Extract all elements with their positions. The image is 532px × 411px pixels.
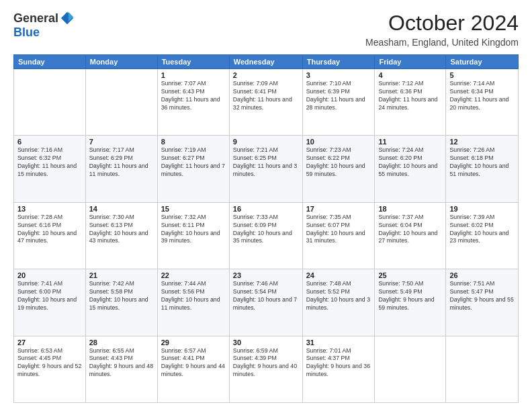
day-number: 1 bbox=[161, 71, 226, 79]
day-number: 31 bbox=[306, 338, 371, 347]
day-number: 13 bbox=[17, 205, 82, 213]
day-detail: Sunrise: 6:55 AM Sunset: 4:43 PM Dayligh… bbox=[89, 347, 154, 379]
day-detail: Sunrise: 7:42 AM Sunset: 5:58 PM Dayligh… bbox=[89, 280, 154, 312]
day-detail: Sunrise: 7:17 AM Sunset: 6:29 PM Dayligh… bbox=[89, 146, 154, 179]
logo-icon bbox=[60, 11, 75, 26]
calendar-day-cell: 1Sunrise: 7:07 AM Sunset: 6:43 PM Daylig… bbox=[157, 69, 229, 136]
day-number: 9 bbox=[233, 138, 299, 146]
calendar-day-cell: 10Sunrise: 7:23 AM Sunset: 6:22 PM Dayli… bbox=[302, 136, 375, 202]
day-detail: Sunrise: 7:46 AM Sunset: 5:54 PM Dayligh… bbox=[233, 280, 299, 312]
calendar-day-cell: 24Sunrise: 7:48 AM Sunset: 5:52 PM Dayli… bbox=[302, 269, 375, 336]
day-number: 26 bbox=[449, 271, 515, 279]
calendar-week-row: 20Sunrise: 7:41 AM Sunset: 6:00 PM Dayli… bbox=[14, 269, 519, 336]
day-detail: Sunrise: 7:39 AM Sunset: 6:02 PM Dayligh… bbox=[449, 214, 515, 246]
calendar-day-cell: 30Sunrise: 6:59 AM Sunset: 4:39 PM Dayli… bbox=[229, 336, 302, 402]
day-detail: Sunrise: 7:12 AM Sunset: 6:36 PM Dayligh… bbox=[378, 80, 442, 112]
weekday-header-cell: Tuesday bbox=[157, 55, 229, 69]
calendar-day-cell: 13Sunrise: 7:28 AM Sunset: 6:16 PM Dayli… bbox=[14, 202, 86, 269]
calendar-day-cell: 23Sunrise: 7:46 AM Sunset: 5:54 PM Dayli… bbox=[229, 269, 302, 336]
weekday-header-cell: Monday bbox=[85, 55, 157, 69]
calendar-day-cell: 6Sunrise: 7:16 AM Sunset: 6:32 PM Daylig… bbox=[14, 136, 86, 202]
day-number: 27 bbox=[17, 338, 82, 347]
day-number: 3 bbox=[306, 71, 371, 79]
day-detail: Sunrise: 7:44 AM Sunset: 5:56 PM Dayligh… bbox=[161, 280, 226, 312]
day-detail: Sunrise: 7:14 AM Sunset: 6:34 PM Dayligh… bbox=[449, 80, 515, 112]
calendar-day-cell: 8Sunrise: 7:19 AM Sunset: 6:27 PM Daylig… bbox=[157, 136, 229, 202]
logo-blue-text: Blue bbox=[13, 26, 40, 39]
calendar-week-row: 13Sunrise: 7:28 AM Sunset: 6:16 PM Dayli… bbox=[14, 202, 519, 269]
calendar-day-cell bbox=[85, 69, 157, 136]
day-number: 29 bbox=[161, 338, 226, 347]
day-number: 18 bbox=[378, 205, 442, 213]
calendar-day-cell: 4Sunrise: 7:12 AM Sunset: 6:36 PM Daylig… bbox=[375, 69, 446, 136]
day-detail: Sunrise: 7:07 AM Sunset: 6:43 PM Dayligh… bbox=[161, 80, 226, 112]
day-number: 6 bbox=[17, 138, 82, 146]
calendar-day-cell: 29Sunrise: 6:57 AM Sunset: 4:41 PM Dayli… bbox=[157, 336, 229, 402]
day-detail: Sunrise: 7:32 AM Sunset: 6:11 PM Dayligh… bbox=[161, 214, 226, 246]
day-detail: Sunrise: 7:41 AM Sunset: 6:00 PM Dayligh… bbox=[17, 280, 82, 312]
day-number: 5 bbox=[449, 71, 515, 79]
day-number: 22 bbox=[161, 271, 226, 279]
calendar-body: 1Sunrise: 7:07 AM Sunset: 6:43 PM Daylig… bbox=[14, 69, 519, 403]
day-number: 30 bbox=[233, 338, 299, 347]
calendar-day-cell: 27Sunrise: 6:53 AM Sunset: 4:45 PM Dayli… bbox=[14, 336, 86, 402]
weekday-header-row: SundayMondayTuesdayWednesdayThursdayFrid… bbox=[14, 55, 519, 69]
calendar-day-cell: 25Sunrise: 7:50 AM Sunset: 5:49 PM Dayli… bbox=[375, 269, 446, 336]
month-title: October 2024 bbox=[365, 11, 519, 36]
calendar-day-cell: 17Sunrise: 7:35 AM Sunset: 6:07 PM Dayli… bbox=[302, 202, 375, 269]
day-detail: Sunrise: 7:48 AM Sunset: 5:52 PM Dayligh… bbox=[306, 280, 371, 312]
day-number: 17 bbox=[306, 205, 371, 213]
location-subtitle: Measham, England, United Kingdom bbox=[365, 37, 519, 48]
day-detail: Sunrise: 7:21 AM Sunset: 6:25 PM Dayligh… bbox=[233, 146, 299, 179]
calendar-day-cell: 9Sunrise: 7:21 AM Sunset: 6:25 PM Daylig… bbox=[229, 136, 302, 202]
logo-general-text: General bbox=[13, 11, 58, 26]
calendar-week-row: 6Sunrise: 7:16 AM Sunset: 6:32 PM Daylig… bbox=[14, 136, 519, 202]
day-number: 12 bbox=[449, 138, 515, 146]
calendar-day-cell bbox=[14, 69, 86, 136]
day-detail: Sunrise: 7:01 AM Sunset: 4:37 PM Dayligh… bbox=[306, 347, 371, 379]
logo: General Blue bbox=[13, 11, 75, 40]
calendar-day-cell: 12Sunrise: 7:26 AM Sunset: 6:18 PM Dayli… bbox=[446, 136, 519, 202]
day-detail: Sunrise: 7:24 AM Sunset: 6:20 PM Dayligh… bbox=[378, 146, 442, 179]
calendar-day-cell: 22Sunrise: 7:44 AM Sunset: 5:56 PM Dayli… bbox=[157, 269, 229, 336]
calendar-day-cell: 16Sunrise: 7:33 AM Sunset: 6:09 PM Dayli… bbox=[229, 202, 302, 269]
day-number: 28 bbox=[89, 338, 154, 347]
page: General Blue October 2024 Measham, Engla… bbox=[0, 0, 532, 411]
day-detail: Sunrise: 7:16 AM Sunset: 6:32 PM Dayligh… bbox=[17, 146, 82, 179]
calendar-day-cell bbox=[446, 336, 519, 402]
day-detail: Sunrise: 7:19 AM Sunset: 6:27 PM Dayligh… bbox=[161, 146, 226, 179]
day-number: 25 bbox=[378, 271, 442, 279]
calendar-day-cell: 21Sunrise: 7:42 AM Sunset: 5:58 PM Dayli… bbox=[85, 269, 157, 336]
day-detail: Sunrise: 6:59 AM Sunset: 4:39 PM Dayligh… bbox=[233, 347, 299, 379]
day-number: 2 bbox=[233, 71, 299, 79]
title-block: October 2024 Measham, England, United Ki… bbox=[365, 11, 519, 48]
day-number: 16 bbox=[233, 205, 299, 213]
day-number: 19 bbox=[449, 205, 515, 213]
day-number: 21 bbox=[89, 271, 154, 279]
day-detail: Sunrise: 7:30 AM Sunset: 6:13 PM Dayligh… bbox=[89, 214, 154, 246]
weekday-header-cell: Saturday bbox=[446, 55, 519, 69]
calendar-table: SundayMondayTuesdayWednesdayThursdayFrid… bbox=[13, 54, 519, 403]
day-detail: Sunrise: 7:37 AM Sunset: 6:04 PM Dayligh… bbox=[378, 214, 442, 246]
day-detail: Sunrise: 7:51 AM Sunset: 5:47 PM Dayligh… bbox=[449, 280, 515, 312]
day-detail: Sunrise: 7:26 AM Sunset: 6:18 PM Dayligh… bbox=[449, 146, 515, 179]
weekday-header-cell: Sunday bbox=[14, 55, 86, 69]
day-number: 23 bbox=[233, 271, 299, 279]
calendar-day-cell: 28Sunrise: 6:55 AM Sunset: 4:43 PM Dayli… bbox=[85, 336, 157, 402]
header: General Blue October 2024 Measham, Engla… bbox=[13, 11, 519, 48]
calendar-day-cell: 11Sunrise: 7:24 AM Sunset: 6:20 PM Dayli… bbox=[375, 136, 446, 202]
calendar-day-cell: 7Sunrise: 7:17 AM Sunset: 6:29 PM Daylig… bbox=[85, 136, 157, 202]
weekday-header-cell: Friday bbox=[375, 55, 446, 69]
day-detail: Sunrise: 7:23 AM Sunset: 6:22 PM Dayligh… bbox=[306, 146, 371, 179]
day-detail: Sunrise: 7:50 AM Sunset: 5:49 PM Dayligh… bbox=[378, 280, 442, 312]
day-number: 24 bbox=[306, 271, 371, 279]
calendar-day-cell: 15Sunrise: 7:32 AM Sunset: 6:11 PM Dayli… bbox=[157, 202, 229, 269]
day-detail: Sunrise: 6:53 AM Sunset: 4:45 PM Dayligh… bbox=[17, 347, 82, 379]
day-detail: Sunrise: 7:33 AM Sunset: 6:09 PM Dayligh… bbox=[233, 214, 299, 246]
day-detail: Sunrise: 7:28 AM Sunset: 6:16 PM Dayligh… bbox=[17, 214, 82, 246]
calendar-day-cell bbox=[375, 336, 446, 402]
weekday-header-cell: Thursday bbox=[302, 55, 375, 69]
calendar-week-row: 27Sunrise: 6:53 AM Sunset: 4:45 PM Dayli… bbox=[14, 336, 519, 402]
day-number: 7 bbox=[89, 138, 154, 146]
calendar-day-cell: 31Sunrise: 7:01 AM Sunset: 4:37 PM Dayli… bbox=[302, 336, 375, 402]
